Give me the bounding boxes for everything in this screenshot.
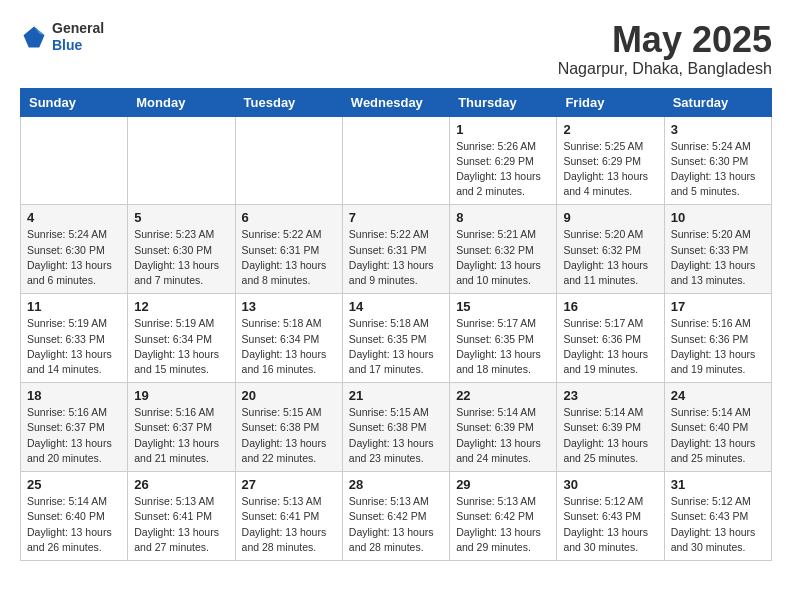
calendar-cell: 6Sunrise: 5:22 AM Sunset: 6:31 PM Daylig… <box>235 205 342 294</box>
calendar-cell: 24Sunrise: 5:14 AM Sunset: 6:40 PM Dayli… <box>664 383 771 472</box>
weekday-header-monday: Monday <box>128 88 235 116</box>
calendar-week-row: 1Sunrise: 5:26 AM Sunset: 6:29 PM Daylig… <box>21 116 772 205</box>
weekday-header-friday: Friday <box>557 88 664 116</box>
calendar-week-row: 4Sunrise: 5:24 AM Sunset: 6:30 PM Daylig… <box>21 205 772 294</box>
calendar-cell: 26Sunrise: 5:13 AM Sunset: 6:41 PM Dayli… <box>128 472 235 561</box>
day-number: 29 <box>456 477 550 492</box>
calendar-cell: 1Sunrise: 5:26 AM Sunset: 6:29 PM Daylig… <box>450 116 557 205</box>
day-info: Sunrise: 5:13 AM Sunset: 6:42 PM Dayligh… <box>349 494 443 555</box>
calendar-cell: 4Sunrise: 5:24 AM Sunset: 6:30 PM Daylig… <box>21 205 128 294</box>
calendar-cell: 5Sunrise: 5:23 AM Sunset: 6:30 PM Daylig… <box>128 205 235 294</box>
weekday-header-thursday: Thursday <box>450 88 557 116</box>
calendar-cell: 10Sunrise: 5:20 AM Sunset: 6:33 PM Dayli… <box>664 205 771 294</box>
day-number: 11 <box>27 299 121 314</box>
logo-blue-text: Blue <box>52 37 104 54</box>
day-info: Sunrise: 5:19 AM Sunset: 6:34 PM Dayligh… <box>134 316 228 377</box>
calendar-week-row: 18Sunrise: 5:16 AM Sunset: 6:37 PM Dayli… <box>21 383 772 472</box>
weekday-header-wednesday: Wednesday <box>342 88 449 116</box>
day-info: Sunrise: 5:20 AM Sunset: 6:33 PM Dayligh… <box>671 227 765 288</box>
day-number: 2 <box>563 122 657 137</box>
day-info: Sunrise: 5:24 AM Sunset: 6:30 PM Dayligh… <box>27 227 121 288</box>
day-number: 9 <box>563 210 657 225</box>
logo: General Blue <box>20 20 104 54</box>
weekday-header-saturday: Saturday <box>664 88 771 116</box>
day-info: Sunrise: 5:18 AM Sunset: 6:34 PM Dayligh… <box>242 316 336 377</box>
day-number: 12 <box>134 299 228 314</box>
day-info: Sunrise: 5:19 AM Sunset: 6:33 PM Dayligh… <box>27 316 121 377</box>
calendar-cell: 27Sunrise: 5:13 AM Sunset: 6:41 PM Dayli… <box>235 472 342 561</box>
calendar-cell: 31Sunrise: 5:12 AM Sunset: 6:43 PM Dayli… <box>664 472 771 561</box>
calendar-cell: 16Sunrise: 5:17 AM Sunset: 6:36 PM Dayli… <box>557 294 664 383</box>
title-block: May 2025 Nagarpur, Dhaka, Bangladesh <box>558 20 772 78</box>
day-info: Sunrise: 5:17 AM Sunset: 6:35 PM Dayligh… <box>456 316 550 377</box>
day-number: 14 <box>349 299 443 314</box>
day-number: 28 <box>349 477 443 492</box>
weekday-header-row: SundayMondayTuesdayWednesdayThursdayFrid… <box>21 88 772 116</box>
day-number: 30 <box>563 477 657 492</box>
day-number: 3 <box>671 122 765 137</box>
day-info: Sunrise: 5:24 AM Sunset: 6:30 PM Dayligh… <box>671 139 765 200</box>
day-number: 20 <box>242 388 336 403</box>
day-number: 6 <box>242 210 336 225</box>
day-info: Sunrise: 5:14 AM Sunset: 6:40 PM Dayligh… <box>27 494 121 555</box>
weekday-header-sunday: Sunday <box>21 88 128 116</box>
calendar-cell: 3Sunrise: 5:24 AM Sunset: 6:30 PM Daylig… <box>664 116 771 205</box>
calendar-cell: 18Sunrise: 5:16 AM Sunset: 6:37 PM Dayli… <box>21 383 128 472</box>
calendar-cell: 12Sunrise: 5:19 AM Sunset: 6:34 PM Dayli… <box>128 294 235 383</box>
calendar-cell: 23Sunrise: 5:14 AM Sunset: 6:39 PM Dayli… <box>557 383 664 472</box>
day-number: 21 <box>349 388 443 403</box>
day-number: 4 <box>27 210 121 225</box>
day-info: Sunrise: 5:13 AM Sunset: 6:41 PM Dayligh… <box>242 494 336 555</box>
calendar-cell: 9Sunrise: 5:20 AM Sunset: 6:32 PM Daylig… <box>557 205 664 294</box>
calendar-cell: 19Sunrise: 5:16 AM Sunset: 6:37 PM Dayli… <box>128 383 235 472</box>
day-number: 22 <box>456 388 550 403</box>
day-number: 26 <box>134 477 228 492</box>
calendar-cell: 15Sunrise: 5:17 AM Sunset: 6:35 PM Dayli… <box>450 294 557 383</box>
day-number: 27 <box>242 477 336 492</box>
day-info: Sunrise: 5:16 AM Sunset: 6:37 PM Dayligh… <box>134 405 228 466</box>
day-number: 10 <box>671 210 765 225</box>
day-info: Sunrise: 5:16 AM Sunset: 6:36 PM Dayligh… <box>671 316 765 377</box>
calendar-cell: 20Sunrise: 5:15 AM Sunset: 6:38 PM Dayli… <box>235 383 342 472</box>
calendar-cell: 28Sunrise: 5:13 AM Sunset: 6:42 PM Dayli… <box>342 472 449 561</box>
day-info: Sunrise: 5:17 AM Sunset: 6:36 PM Dayligh… <box>563 316 657 377</box>
calendar-cell: 17Sunrise: 5:16 AM Sunset: 6:36 PM Dayli… <box>664 294 771 383</box>
calendar-week-row: 11Sunrise: 5:19 AM Sunset: 6:33 PM Dayli… <box>21 294 772 383</box>
calendar-cell <box>235 116 342 205</box>
day-number: 24 <box>671 388 765 403</box>
day-info: Sunrise: 5:14 AM Sunset: 6:39 PM Dayligh… <box>456 405 550 466</box>
day-info: Sunrise: 5:18 AM Sunset: 6:35 PM Dayligh… <box>349 316 443 377</box>
day-number: 31 <box>671 477 765 492</box>
calendar-cell: 14Sunrise: 5:18 AM Sunset: 6:35 PM Dayli… <box>342 294 449 383</box>
calendar-cell <box>342 116 449 205</box>
location-title: Nagarpur, Dhaka, Bangladesh <box>558 60 772 78</box>
calendar-cell: 2Sunrise: 5:25 AM Sunset: 6:29 PM Daylig… <box>557 116 664 205</box>
day-number: 17 <box>671 299 765 314</box>
day-number: 1 <box>456 122 550 137</box>
day-info: Sunrise: 5:22 AM Sunset: 6:31 PM Dayligh… <box>349 227 443 288</box>
day-info: Sunrise: 5:16 AM Sunset: 6:37 PM Dayligh… <box>27 405 121 466</box>
calendar-cell: 7Sunrise: 5:22 AM Sunset: 6:31 PM Daylig… <box>342 205 449 294</box>
calendar-week-row: 25Sunrise: 5:14 AM Sunset: 6:40 PM Dayli… <box>21 472 772 561</box>
day-number: 18 <box>27 388 121 403</box>
calendar-cell <box>21 116 128 205</box>
logo-icon <box>20 23 48 51</box>
day-info: Sunrise: 5:14 AM Sunset: 6:40 PM Dayligh… <box>671 405 765 466</box>
calendar-cell: 13Sunrise: 5:18 AM Sunset: 6:34 PM Dayli… <box>235 294 342 383</box>
day-info: Sunrise: 5:13 AM Sunset: 6:41 PM Dayligh… <box>134 494 228 555</box>
calendar-cell: 25Sunrise: 5:14 AM Sunset: 6:40 PM Dayli… <box>21 472 128 561</box>
day-info: Sunrise: 5:12 AM Sunset: 6:43 PM Dayligh… <box>671 494 765 555</box>
day-number: 15 <box>456 299 550 314</box>
day-number: 8 <box>456 210 550 225</box>
weekday-header-tuesday: Tuesday <box>235 88 342 116</box>
day-number: 16 <box>563 299 657 314</box>
day-info: Sunrise: 5:23 AM Sunset: 6:30 PM Dayligh… <box>134 227 228 288</box>
day-number: 13 <box>242 299 336 314</box>
day-number: 23 <box>563 388 657 403</box>
month-title: May 2025 <box>558 20 772 60</box>
day-info: Sunrise: 5:15 AM Sunset: 6:38 PM Dayligh… <box>349 405 443 466</box>
calendar-table: SundayMondayTuesdayWednesdayThursdayFrid… <box>20 88 772 561</box>
day-number: 7 <box>349 210 443 225</box>
calendar-cell: 30Sunrise: 5:12 AM Sunset: 6:43 PM Dayli… <box>557 472 664 561</box>
day-number: 19 <box>134 388 228 403</box>
